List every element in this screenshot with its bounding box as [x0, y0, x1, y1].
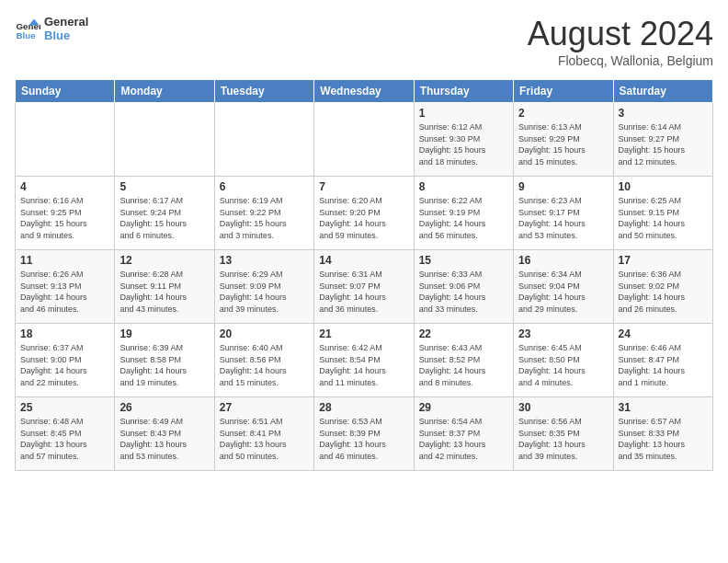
day-cell: 27Sunrise: 6:51 AM Sunset: 8:41 PM Dayli… [214, 397, 313, 471]
calendar-title: August 2024 [528, 15, 713, 53]
day-cell: 1Sunrise: 6:12 AM Sunset: 9:30 PM Daylig… [414, 103, 513, 177]
day-cell: 31Sunrise: 6:57 AM Sunset: 8:33 PM Dayli… [613, 397, 712, 471]
day-info: Sunrise: 6:33 AM Sunset: 9:06 PM Dayligh… [419, 269, 508, 315]
day-cell: 25Sunrise: 6:48 AM Sunset: 8:45 PM Dayli… [16, 397, 115, 471]
calendar-body: 1Sunrise: 6:12 AM Sunset: 9:30 PM Daylig… [16, 103, 713, 471]
day-info: Sunrise: 6:16 AM Sunset: 9:25 PM Dayligh… [20, 195, 109, 241]
day-cell: 29Sunrise: 6:54 AM Sunset: 8:37 PM Dayli… [414, 397, 513, 471]
calendar-subtitle: Flobecq, Wallonia, Belgium [528, 53, 713, 68]
day-number: 31 [619, 401, 708, 414]
day-number: 20 [220, 327, 309, 340]
day-number: 5 [119, 180, 209, 193]
day-number: 17 [619, 254, 708, 267]
day-cell: 8Sunrise: 6:22 AM Sunset: 9:19 PM Daylig… [414, 177, 513, 250]
day-cell: 4Sunrise: 6:16 AM Sunset: 9:25 PM Daylig… [16, 177, 115, 250]
day-info: Sunrise: 6:14 AM Sunset: 9:27 PM Dayligh… [619, 121, 708, 167]
day-info: Sunrise: 6:54 AM Sunset: 8:37 PM Dayligh… [419, 416, 508, 462]
day-cell: 10Sunrise: 6:25 AM Sunset: 9:15 PM Dayli… [613, 177, 712, 250]
day-info: Sunrise: 6:37 AM Sunset: 9:00 PM Dayligh… [20, 342, 109, 388]
day-cell: 3Sunrise: 6:14 AM Sunset: 9:27 PM Daylig… [613, 103, 712, 177]
day-info: Sunrise: 6:20 AM Sunset: 9:20 PM Dayligh… [319, 195, 408, 241]
day-cell: 26Sunrise: 6:49 AM Sunset: 8:43 PM Dayli… [115, 397, 214, 471]
logo-line1: General [44, 15, 88, 29]
day-cell: 18Sunrise: 6:37 AM Sunset: 9:00 PM Dayli… [16, 324, 115, 397]
day-cell: 23Sunrise: 6:45 AM Sunset: 8:50 PM Dayli… [514, 324, 613, 397]
calendar-header: SundayMondayTuesdayWednesdayThursdayFrid… [16, 80, 713, 103]
day-cell: 17Sunrise: 6:36 AM Sunset: 9:02 PM Dayli… [613, 250, 712, 324]
day-number: 6 [220, 180, 309, 193]
header-cell-saturday: Saturday [613, 80, 712, 103]
week-row: 4Sunrise: 6:16 AM Sunset: 9:25 PM Daylig… [16, 177, 713, 250]
day-info: Sunrise: 6:42 AM Sunset: 8:54 PM Dayligh… [319, 342, 408, 388]
day-info: Sunrise: 6:28 AM Sunset: 9:11 PM Dayligh… [119, 269, 209, 315]
day-number: 8 [419, 180, 508, 193]
day-info: Sunrise: 6:45 AM Sunset: 8:50 PM Dayligh… [518, 342, 608, 388]
day-info: Sunrise: 6:56 AM Sunset: 8:35 PM Dayligh… [518, 416, 608, 462]
day-number: 25 [20, 401, 109, 414]
header-cell-sunday: Sunday [16, 80, 115, 103]
week-row: 11Sunrise: 6:26 AM Sunset: 9:13 PM Dayli… [16, 250, 713, 324]
week-row: 18Sunrise: 6:37 AM Sunset: 9:00 PM Dayli… [16, 324, 713, 397]
day-cell: 12Sunrise: 6:28 AM Sunset: 9:11 PM Dayli… [115, 250, 214, 324]
day-cell [214, 103, 313, 177]
calendar-table: SundayMondayTuesdayWednesdayThursdayFrid… [15, 79, 713, 471]
day-number: 28 [319, 401, 408, 414]
day-info: Sunrise: 6:29 AM Sunset: 9:09 PM Dayligh… [220, 269, 309, 315]
day-cell: 30Sunrise: 6:56 AM Sunset: 8:35 PM Dayli… [514, 397, 613, 471]
day-info: Sunrise: 6:57 AM Sunset: 8:33 PM Dayligh… [619, 416, 708, 462]
day-cell: 28Sunrise: 6:53 AM Sunset: 8:39 PM Dayli… [314, 397, 414, 471]
day-cell: 22Sunrise: 6:43 AM Sunset: 8:52 PM Dayli… [414, 324, 513, 397]
day-info: Sunrise: 6:51 AM Sunset: 8:41 PM Dayligh… [220, 416, 309, 462]
day-number: 16 [518, 254, 608, 267]
day-info: Sunrise: 6:25 AM Sunset: 9:15 PM Dayligh… [619, 195, 708, 241]
header-row: SundayMondayTuesdayWednesdayThursdayFrid… [16, 80, 713, 103]
day-number: 13 [220, 254, 309, 267]
day-number: 27 [220, 401, 309, 414]
day-info: Sunrise: 6:46 AM Sunset: 8:47 PM Dayligh… [619, 342, 708, 388]
day-cell: 2Sunrise: 6:13 AM Sunset: 9:29 PM Daylig… [514, 103, 613, 177]
day-info: Sunrise: 6:22 AM Sunset: 9:19 PM Dayligh… [419, 195, 508, 241]
day-info: Sunrise: 6:36 AM Sunset: 9:02 PM Dayligh… [619, 269, 708, 315]
header-cell-wednesday: Wednesday [314, 80, 414, 103]
day-cell: 21Sunrise: 6:42 AM Sunset: 8:54 PM Dayli… [314, 324, 414, 397]
day-cell: 7Sunrise: 6:20 AM Sunset: 9:20 PM Daylig… [314, 177, 414, 250]
day-info: Sunrise: 6:13 AM Sunset: 9:29 PM Dayligh… [518, 121, 608, 167]
day-info: Sunrise: 6:17 AM Sunset: 9:24 PM Dayligh… [119, 195, 209, 241]
day-info: Sunrise: 6:34 AM Sunset: 9:04 PM Dayligh… [518, 269, 608, 315]
day-cell: 20Sunrise: 6:40 AM Sunset: 8:56 PM Dayli… [214, 324, 313, 397]
day-info: Sunrise: 6:23 AM Sunset: 9:17 PM Dayligh… [518, 195, 608, 241]
day-cell [115, 103, 214, 177]
day-number: 3 [619, 107, 708, 120]
day-cell: 14Sunrise: 6:31 AM Sunset: 9:07 PM Dayli… [314, 250, 414, 324]
day-info: Sunrise: 6:48 AM Sunset: 8:45 PM Dayligh… [20, 416, 109, 462]
day-number: 7 [319, 180, 408, 193]
header-cell-tuesday: Tuesday [214, 80, 313, 103]
header-cell-thursday: Thursday [414, 80, 513, 103]
title-area: August 2024 Flobecq, Wallonia, Belgium [528, 15, 713, 68]
day-number: 30 [518, 401, 608, 414]
day-info: Sunrise: 6:39 AM Sunset: 8:58 PM Dayligh… [119, 342, 209, 388]
day-info: Sunrise: 6:53 AM Sunset: 8:39 PM Dayligh… [319, 416, 408, 462]
day-number: 29 [419, 401, 508, 414]
day-cell [314, 103, 414, 177]
week-row: 1Sunrise: 6:12 AM Sunset: 9:30 PM Daylig… [16, 103, 713, 177]
day-number: 24 [619, 327, 708, 340]
header-cell-monday: Monday [115, 80, 214, 103]
day-cell: 24Sunrise: 6:46 AM Sunset: 8:47 PM Dayli… [613, 324, 712, 397]
day-cell: 5Sunrise: 6:17 AM Sunset: 9:24 PM Daylig… [115, 177, 214, 250]
logo-icon: General Blue [15, 16, 40, 41]
day-info: Sunrise: 6:12 AM Sunset: 9:30 PM Dayligh… [419, 121, 508, 167]
day-cell: 9Sunrise: 6:23 AM Sunset: 9:17 PM Daylig… [514, 177, 613, 250]
day-cell: 15Sunrise: 6:33 AM Sunset: 9:06 PM Dayli… [414, 250, 513, 324]
day-number: 23 [518, 327, 608, 340]
day-cell: 16Sunrise: 6:34 AM Sunset: 9:04 PM Dayli… [514, 250, 613, 324]
day-number: 22 [419, 327, 508, 340]
day-info: Sunrise: 6:43 AM Sunset: 8:52 PM Dayligh… [419, 342, 508, 388]
day-number: 14 [319, 254, 408, 267]
day-number: 15 [419, 254, 508, 267]
day-number: 10 [619, 180, 708, 193]
day-number: 12 [119, 254, 209, 267]
day-number: 11 [20, 254, 109, 267]
day-number: 4 [20, 180, 109, 193]
header-cell-friday: Friday [514, 80, 613, 103]
